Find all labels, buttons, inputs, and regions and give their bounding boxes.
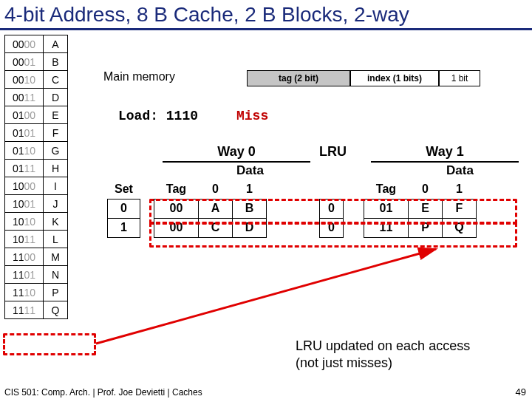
load-instruction: Load: 1110 [118,109,198,123]
slide-body: 0000A 0001B 0010C 0011D 0100E 0101F 0110… [0,35,532,319]
main-memory-table: 0000A 0001B 0010C 0011D 0100E 0101F 0110… [4,35,68,319]
slide-title: 4-bit Address, 8 B Cache, 2 B Blocks, 2-… [0,0,532,30]
lru-note: LRU updated on each access (not just mis… [296,338,470,371]
cache-way1: Tag01 01EF 11PQ [364,180,477,238]
load-result: Miss [236,109,268,123]
cache-way0: Tag01 00AB 00CD [154,180,267,238]
cache-set-column: Set 0 1 [107,180,140,238]
cache-lru-column: 0 0 [319,180,344,238]
addr-field-offset: 1 bit [439,70,480,86]
svg-line-0 [96,249,436,344]
way1-header: Way 1 [371,144,519,163]
main-memory-label: Main memory [103,70,175,83]
data-header-way0: Data [236,163,264,178]
slide-footer: CIS 501: Comp. Arch. | Prof. Joe Deviett… [4,387,202,398]
highlight-memory-row [3,333,96,355]
page-number: 49 [516,386,526,398]
data-header-way1: Data [446,163,474,178]
lru-header: LRU [319,144,347,160]
addr-field-tag: tag (2 bit) [247,70,350,86]
way0-header: Way 0 [163,144,310,163]
addr-field-index: index (1 bits) [350,70,439,86]
